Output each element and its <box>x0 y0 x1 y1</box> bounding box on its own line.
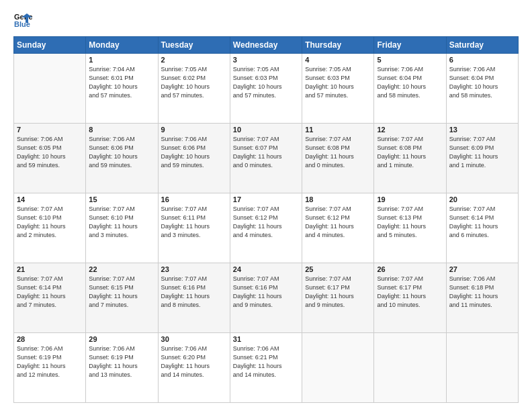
day-number: 9 <box>161 126 227 134</box>
day-number: 22 <box>89 265 154 273</box>
day-info: Sunrise: 7:06 AM Sunset: 6:19 PM Dayligh… <box>89 345 154 379</box>
day-info: Sunrise: 7:07 AM Sunset: 6:13 PM Dayligh… <box>377 205 443 240</box>
logo-icon: General Blue <box>13 11 32 30</box>
day-info: Sunrise: 7:07 AM Sunset: 6:14 PM Dayligh… <box>17 275 83 310</box>
weekday-header-monday: Monday <box>86 37 158 54</box>
day-number: 8 <box>89 126 154 134</box>
day-number: 16 <box>161 195 227 203</box>
calendar-cell: 2Sunrise: 7:05 AM Sunset: 6:02 PM Daylig… <box>158 54 230 124</box>
day-number: 1 <box>89 56 154 64</box>
day-number: 11 <box>305 126 371 134</box>
calendar-cell <box>14 54 86 124</box>
day-info: Sunrise: 7:05 AM Sunset: 6:03 PM Dayligh… <box>233 65 299 100</box>
day-info: Sunrise: 7:05 AM Sunset: 6:02 PM Dayligh… <box>161 65 227 100</box>
calendar-week-5: 28Sunrise: 7:06 AM Sunset: 6:19 PM Dayli… <box>14 333 519 403</box>
calendar-cell: 30Sunrise: 7:06 AM Sunset: 6:20 PM Dayli… <box>158 333 230 403</box>
calendar-cell: 4Sunrise: 7:05 AM Sunset: 6:03 PM Daylig… <box>302 54 374 124</box>
logo: General Blue <box>13 11 32 30</box>
day-number: 26 <box>377 265 443 273</box>
day-number: 12 <box>377 126 443 134</box>
day-info: Sunrise: 7:07 AM Sunset: 6:15 PM Dayligh… <box>89 275 154 310</box>
weekday-header-saturday: Saturday <box>446 37 518 54</box>
weekday-header-thursday: Thursday <box>302 37 374 54</box>
weekday-header-tuesday: Tuesday <box>158 37 230 54</box>
day-number: 29 <box>89 335 154 343</box>
calendar-cell: 26Sunrise: 7:07 AM Sunset: 6:17 PM Dayli… <box>374 263 446 333</box>
calendar-cell: 5Sunrise: 7:06 AM Sunset: 6:04 PM Daylig… <box>374 54 446 124</box>
day-number: 7 <box>17 126 83 134</box>
header: General Blue <box>13 11 519 30</box>
day-info: Sunrise: 7:07 AM Sunset: 6:11 PM Dayligh… <box>161 205 227 240</box>
calendar-cell: 27Sunrise: 7:06 AM Sunset: 6:18 PM Dayli… <box>446 263 518 333</box>
day-info: Sunrise: 7:06 AM Sunset: 6:04 PM Dayligh… <box>449 65 515 100</box>
calendar-cell: 10Sunrise: 7:07 AM Sunset: 6:07 PM Dayli… <box>230 124 302 193</box>
calendar-cell: 29Sunrise: 7:06 AM Sunset: 6:19 PM Dayli… <box>86 333 158 403</box>
day-number: 27 <box>449 265 515 273</box>
calendar-cell: 8Sunrise: 7:06 AM Sunset: 6:06 PM Daylig… <box>86 124 158 193</box>
calendar-cell: 24Sunrise: 7:07 AM Sunset: 6:16 PM Dayli… <box>230 263 302 333</box>
day-number: 20 <box>449 195 515 203</box>
weekday-header-row: SundayMondayTuesdayWednesdayThursdayFrid… <box>14 37 519 54</box>
weekday-header-wednesday: Wednesday <box>230 37 302 54</box>
day-info: Sunrise: 7:07 AM Sunset: 6:09 PM Dayligh… <box>449 135 515 170</box>
day-info: Sunrise: 7:07 AM Sunset: 6:08 PM Dayligh… <box>305 135 371 170</box>
calendar-cell: 3Sunrise: 7:05 AM Sunset: 6:03 PM Daylig… <box>230 54 302 124</box>
day-number: 3 <box>233 56 299 64</box>
day-number: 24 <box>233 265 299 273</box>
day-info: Sunrise: 7:06 AM Sunset: 6:05 PM Dayligh… <box>17 135 83 170</box>
calendar-cell: 19Sunrise: 7:07 AM Sunset: 6:13 PM Dayli… <box>374 193 446 263</box>
calendar-cell: 31Sunrise: 7:06 AM Sunset: 6:21 PM Dayli… <box>230 333 302 403</box>
day-info: Sunrise: 7:07 AM Sunset: 6:17 PM Dayligh… <box>305 275 371 310</box>
calendar-cell: 25Sunrise: 7:07 AM Sunset: 6:17 PM Dayli… <box>302 263 374 333</box>
calendar-table: SundayMondayTuesdayWednesdayThursdayFrid… <box>13 36 519 403</box>
day-info: Sunrise: 7:06 AM Sunset: 6:06 PM Dayligh… <box>89 135 154 170</box>
calendar-cell: 12Sunrise: 7:07 AM Sunset: 6:08 PM Dayli… <box>374 124 446 193</box>
day-info: Sunrise: 7:07 AM Sunset: 6:16 PM Dayligh… <box>161 275 227 310</box>
day-info: Sunrise: 7:07 AM Sunset: 6:16 PM Dayligh… <box>233 275 299 310</box>
calendar-week-4: 21Sunrise: 7:07 AM Sunset: 6:14 PM Dayli… <box>14 263 519 333</box>
day-number: 28 <box>17 335 83 343</box>
day-info: Sunrise: 7:05 AM Sunset: 6:03 PM Dayligh… <box>305 65 371 100</box>
day-info: Sunrise: 7:07 AM Sunset: 6:10 PM Dayligh… <box>89 205 154 240</box>
calendar-week-2: 7Sunrise: 7:06 AM Sunset: 6:05 PM Daylig… <box>14 124 519 193</box>
calendar-cell: 9Sunrise: 7:06 AM Sunset: 6:06 PM Daylig… <box>158 124 230 193</box>
calendar-cell: 22Sunrise: 7:07 AM Sunset: 6:15 PM Dayli… <box>86 263 158 333</box>
day-info: Sunrise: 7:06 AM Sunset: 6:21 PM Dayligh… <box>233 345 299 379</box>
calendar-cell: 1Sunrise: 7:04 AM Sunset: 6:01 PM Daylig… <box>86 54 158 124</box>
day-number: 25 <box>305 265 371 273</box>
day-info: Sunrise: 7:07 AM Sunset: 6:08 PM Dayligh… <box>377 135 443 170</box>
day-number: 6 <box>449 56 515 64</box>
day-info: Sunrise: 7:07 AM Sunset: 6:17 PM Dayligh… <box>377 275 443 310</box>
calendar-cell: 20Sunrise: 7:07 AM Sunset: 6:14 PM Dayli… <box>446 193 518 263</box>
page: General Blue SundayMondayTuesdayWednesda… <box>0 0 532 411</box>
weekday-header-friday: Friday <box>374 37 446 54</box>
day-info: Sunrise: 7:06 AM Sunset: 6:19 PM Dayligh… <box>17 345 83 379</box>
day-number: 30 <box>161 335 227 343</box>
calendar-cell: 15Sunrise: 7:07 AM Sunset: 6:10 PM Dayli… <box>86 193 158 263</box>
calendar-cell <box>374 333 446 403</box>
calendar-cell: 11Sunrise: 7:07 AM Sunset: 6:08 PM Dayli… <box>302 124 374 193</box>
day-info: Sunrise: 7:06 AM Sunset: 6:20 PM Dayligh… <box>161 345 227 379</box>
day-number: 18 <box>305 195 371 203</box>
day-number: 19 <box>377 195 443 203</box>
calendar-cell: 16Sunrise: 7:07 AM Sunset: 6:11 PM Dayli… <box>158 193 230 263</box>
day-info: Sunrise: 7:07 AM Sunset: 6:12 PM Dayligh… <box>305 205 371 240</box>
day-number: 5 <box>377 56 443 64</box>
day-info: Sunrise: 7:07 AM Sunset: 6:12 PM Dayligh… <box>233 205 299 240</box>
day-number: 13 <box>449 126 515 134</box>
calendar-cell <box>302 333 374 403</box>
calendar-week-1: 1Sunrise: 7:04 AM Sunset: 6:01 PM Daylig… <box>14 54 519 124</box>
calendar-cell: 28Sunrise: 7:06 AM Sunset: 6:19 PM Dayli… <box>14 333 86 403</box>
day-info: Sunrise: 7:06 AM Sunset: 6:04 PM Dayligh… <box>377 65 443 100</box>
day-info: Sunrise: 7:07 AM Sunset: 6:10 PM Dayligh… <box>17 205 83 240</box>
day-info: Sunrise: 7:04 AM Sunset: 6:01 PM Dayligh… <box>89 65 154 100</box>
calendar-week-3: 14Sunrise: 7:07 AM Sunset: 6:10 PM Dayli… <box>14 193 519 263</box>
calendar-cell: 23Sunrise: 7:07 AM Sunset: 6:16 PM Dayli… <box>158 263 230 333</box>
weekday-header-sunday: Sunday <box>14 37 86 54</box>
day-number: 31 <box>233 335 299 343</box>
calendar-cell: 14Sunrise: 7:07 AM Sunset: 6:10 PM Dayli… <box>14 193 86 263</box>
day-number: 10 <box>233 126 299 134</box>
day-info: Sunrise: 7:07 AM Sunset: 6:14 PM Dayligh… <box>449 205 515 240</box>
day-info: Sunrise: 7:06 AM Sunset: 6:06 PM Dayligh… <box>161 135 227 170</box>
day-info: Sunrise: 7:07 AM Sunset: 6:07 PM Dayligh… <box>233 135 299 170</box>
